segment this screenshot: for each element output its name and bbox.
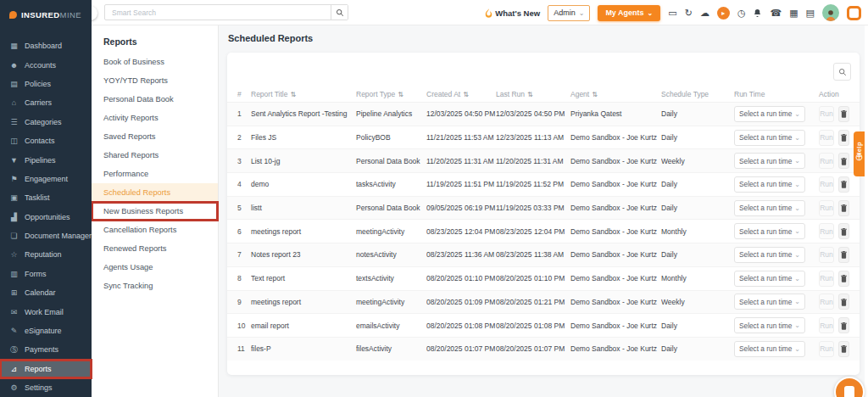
- submenu-item[interactable]: Sync Tracking: [92, 277, 218, 295]
- reports-submenu: Reports Book of Business YOY/YTD Reports…: [92, 25, 219, 397]
- column-header[interactable]: Report Type ⇅: [356, 90, 426, 98]
- my-agents-button[interactable]: My Agents ⌄: [598, 5, 660, 21]
- screen-share-icon[interactable]: ▭: [668, 8, 676, 18]
- run-button[interactable]: Run: [819, 223, 834, 239]
- brand-logo[interactable]: INSUREDMINE: [0, 0, 92, 29]
- run-button[interactable]: Run: [819, 341, 834, 357]
- apps-grid-icon[interactable]: ▦: [789, 8, 798, 18]
- column-header[interactable]: Agent ⇅: [570, 90, 661, 98]
- delete-button[interactable]: [838, 341, 849, 357]
- delete-button[interactable]: [838, 130, 849, 146]
- sidebar-item[interactable]: ▼ Pipelines: [0, 150, 92, 169]
- search-input[interactable]: [105, 5, 331, 20]
- sidebar-item[interactable]: ▣ Tasklist: [0, 188, 92, 207]
- run-button[interactable]: Run: [819, 200, 834, 216]
- run-button[interactable]: Run: [819, 176, 834, 193]
- run-button[interactable]: Run: [819, 247, 834, 263]
- sidebar-item[interactable]: ▦ Dashboard: [0, 36, 92, 55]
- run-button[interactable]: Run: [819, 153, 834, 169]
- column-header[interactable]: Created At ⇅: [426, 90, 496, 98]
- sidebar-item[interactable]: ❏ Document Manager: [0, 226, 92, 245]
- submenu-item[interactable]: Cancellation Reports: [92, 221, 218, 239]
- phone-icon[interactable]: ☎: [770, 8, 782, 18]
- search-button[interactable]: [331, 5, 348, 20]
- sidebar-item[interactable]: ✎ eSignature: [0, 322, 92, 340]
- column-header[interactable]: Action ⇅: [819, 90, 849, 98]
- run-button[interactable]: Run: [819, 271, 834, 287]
- submenu-item[interactable]: Saved Reports: [92, 127, 218, 146]
- sidebar-item[interactable]: ☻ Accounts: [0, 55, 92, 74]
- sidebar-item[interactable]: ▥ Forms: [0, 265, 92, 283]
- sidebar-item[interactable]: ☆ Reputation: [0, 245, 92, 264]
- submenu-item[interactable]: Renewed Reports: [92, 239, 218, 258]
- column-header[interactable]: Schedule Type ⇅: [661, 90, 734, 98]
- sidebar-item[interactable]: ⊞ Calendar: [0, 283, 92, 302]
- submenu-item[interactable]: New Business Reports: [92, 202, 218, 221]
- table-search-button[interactable]: [833, 63, 851, 81]
- sidebar-item[interactable]: ✉ Work Email: [0, 302, 92, 321]
- sidebar-item[interactable]: ☰ Categories: [0, 113, 92, 131]
- run-time-select[interactable]: Select a run time ⌄: [734, 106, 805, 122]
- chevron-down-icon: ⌄: [794, 227, 800, 235]
- cell-report-title: Text report: [251, 274, 356, 282]
- column-header[interactable]: Report Title ⇅: [251, 90, 356, 98]
- submenu-item[interactable]: YOY/YTD Reports: [92, 71, 218, 90]
- sidebar-item[interactable]: ⊿ Reports: [0, 360, 92, 378]
- submenu-item[interactable]: Personal Data Book: [92, 90, 218, 109]
- sidebar-item[interactable]: Ⓢ Payments: [0, 340, 92, 359]
- submenu-item[interactable]: Agents Usage: [92, 258, 218, 277]
- sidebar-item[interactable]: ▟ Opportunities: [0, 208, 92, 226]
- whats-new-link[interactable]: What's New: [485, 8, 540, 18]
- delete-button[interactable]: [838, 200, 849, 216]
- brand-logo-text: INSUREDMINE: [21, 10, 81, 20]
- delete-button[interactable]: [838, 294, 849, 310]
- cloud-upload-icon[interactable]: ☁: [700, 8, 709, 18]
- run-time-select[interactable]: Select a run time ⌄: [734, 271, 805, 287]
- run-time-select[interactable]: Select a run time ⌄: [734, 176, 805, 193]
- run-time-select[interactable]: Select a run time ⌄: [734, 200, 805, 216]
- run-time-select[interactable]: Select a run time ⌄: [734, 247, 805, 263]
- sync-icon[interactable]: ↻: [685, 8, 693, 18]
- submenu-item[interactable]: Book of Business: [92, 53, 218, 71]
- sidebar-item[interactable]: ◫ Contacts: [0, 131, 92, 150]
- run-time-select[interactable]: Select a run time ⌄: [734, 223, 805, 239]
- submenu-item[interactable]: Shared Reports: [92, 146, 218, 165]
- run-time-select[interactable]: Select a run time ⌄: [734, 153, 805, 169]
- run-time-select[interactable]: Select a run time ⌄: [734, 341, 805, 357]
- run-button[interactable]: Run: [819, 130, 834, 146]
- delete-button[interactable]: [838, 106, 849, 122]
- delete-button[interactable]: [838, 271, 849, 287]
- run-button[interactable]: Run: [819, 106, 834, 122]
- submenu-item[interactable]: Performance: [92, 165, 218, 183]
- run-time-select[interactable]: Select a run time ⌄: [734, 317, 805, 333]
- sidebar-item[interactable]: ⚑ Engagement: [0, 170, 92, 188]
- delete-button[interactable]: [838, 247, 849, 263]
- user-avatar[interactable]: [822, 4, 839, 21]
- clock-icon[interactable]: ◷: [737, 8, 746, 18]
- insuredmine-mark-icon[interactable]: [847, 6, 861, 20]
- run-button[interactable]: Run: [819, 294, 834, 310]
- cell-number: 3: [237, 157, 251, 165]
- submenu-item[interactable]: Activity Reports: [92, 109, 218, 127]
- scrollbar-track[interactable]: [865, 25, 868, 397]
- delete-button[interactable]: [838, 223, 849, 239]
- delete-button[interactable]: [838, 317, 849, 333]
- sidebar-item[interactable]: ⌂ Carriers: [0, 93, 92, 112]
- delete-button[interactable]: [838, 176, 849, 193]
- delete-button[interactable]: [838, 153, 849, 169]
- run-time-select[interactable]: Select a run time ⌄: [734, 130, 805, 146]
- column-header[interactable]: Last Run ⇅: [496, 90, 570, 98]
- cell-run-time: Select a run time ⌄: [734, 106, 819, 122]
- run-button[interactable]: Run: [819, 317, 834, 333]
- run-time-select[interactable]: Select a run time ⌄: [734, 294, 805, 310]
- sidebar-item[interactable]: ▤ Policies: [0, 75, 92, 93]
- notes-icon[interactable]: ▤: [806, 8, 815, 18]
- admin-dropdown[interactable]: Admin ⌄: [548, 5, 590, 21]
- column-header[interactable]: # ⇅: [237, 90, 251, 98]
- submenu-item[interactable]: Scheduled Reports: [92, 183, 218, 202]
- bell-icon[interactable]: [753, 8, 762, 18]
- play-circle-icon[interactable]: ▸: [717, 7, 730, 20]
- sidebar-item[interactable]: ⚙ Settings: [0, 378, 92, 397]
- help-tab[interactable]: ⓘ Help: [854, 131, 865, 176]
- column-header[interactable]: Run Time ⇅: [734, 90, 819, 98]
